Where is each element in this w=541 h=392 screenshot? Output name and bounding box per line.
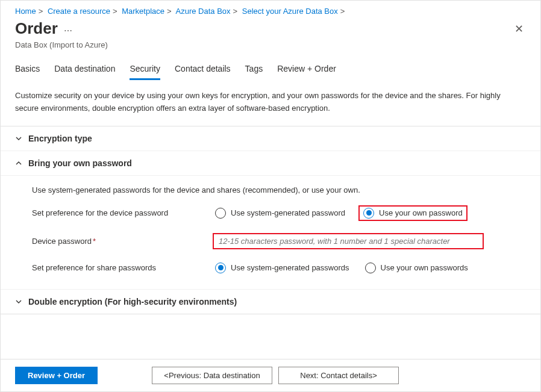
- radio-icon: [215, 208, 226, 219]
- breadcrumb-home[interactable]: Home: [15, 7, 36, 16]
- breadcrumb-create[interactable]: Create a resource: [48, 7, 110, 16]
- breadcrumb: Home> Create a resource> Marketplace> Az…: [1, 1, 540, 19]
- section-byop-title: Bring your own password: [28, 158, 132, 168]
- row-device-password: Device password*: [32, 233, 526, 249]
- radio-share-own-label: Use your own passwords: [381, 263, 468, 272]
- device-password-input[interactable]: [213, 233, 484, 249]
- tab-description: Customize security on your device by usi…: [1, 80, 540, 126]
- tab-review-order[interactable]: Review + Order: [277, 60, 336, 80]
- footer: Review + Order <Previous: Data destinati…: [1, 359, 540, 391]
- page-header: Order ⋯ ✕: [1, 19, 540, 40]
- radio-device-own[interactable]: Use your own password: [358, 205, 468, 221]
- tab-data-destination[interactable]: Data destination: [54, 60, 115, 80]
- breadcrumb-sep: >: [39, 7, 43, 16]
- radio-icon-selected: [215, 263, 226, 273]
- section-encryption-title: Encryption type: [28, 134, 92, 143]
- row-device-password-pref: Set preference for the device password U…: [32, 205, 526, 221]
- radio-share-system[interactable]: Use system-generated passwords: [213, 261, 352, 275]
- chevron-down-icon: [15, 298, 22, 305]
- review-order-button[interactable]: Review + Order: [15, 367, 98, 384]
- breadcrumb-databox[interactable]: Azure Data Box: [176, 7, 231, 16]
- tabs: Basics Data destination Security Contact…: [1, 60, 540, 80]
- close-button[interactable]: ✕: [512, 20, 526, 38]
- radio-group-share-pref: Use system-generated passwords Use your …: [213, 261, 471, 275]
- next-button[interactable]: Next: Contact details>: [278, 367, 399, 384]
- footer-spacer: [104, 367, 146, 384]
- radio-share-system-label: Use system-generated passwords: [231, 263, 349, 272]
- breadcrumb-sep: >: [340, 7, 345, 16]
- row-share-password-pref: Set preference for share passwords Use s…: [32, 261, 526, 275]
- required-asterisk: *: [93, 237, 96, 246]
- breadcrumb-sep: >: [233, 7, 238, 16]
- radio-device-system-label: Use system-generated password: [231, 208, 345, 217]
- breadcrumb-marketplace[interactable]: Marketplace: [122, 7, 164, 16]
- section-byop-body: Use system-generated passwords for the d…: [1, 176, 540, 290]
- section-double-encryption[interactable]: Double encryption (For high-security env…: [1, 290, 540, 314]
- section-encryption-type[interactable]: Encryption type: [1, 126, 540, 151]
- breadcrumb-sep: >: [167, 7, 172, 16]
- radio-icon-selected: [363, 208, 374, 219]
- section-double-encryption-title: Double encryption (For high-security env…: [28, 297, 237, 306]
- previous-button[interactable]: <Previous: Data destination: [152, 367, 272, 384]
- tab-contact-details[interactable]: Contact details: [175, 60, 231, 80]
- chevron-up-icon: [15, 160, 22, 167]
- breadcrumb-select[interactable]: Select your Azure Data Box: [242, 7, 338, 16]
- breadcrumb-sep: >: [113, 7, 117, 16]
- radio-device-own-label: Use your own password: [379, 208, 463, 217]
- tab-tags[interactable]: Tags: [245, 60, 263, 80]
- close-icon: ✕: [514, 23, 524, 35]
- page-subtitle: Data Box (Import to Azure): [1, 40, 540, 60]
- radio-group-device-pref: Use system-generated password Use your o…: [213, 205, 468, 221]
- label-device-password: Device password*: [32, 237, 213, 246]
- label-share-password-pref: Set preference for share passwords: [32, 263, 213, 272]
- byop-hint: Use system-generated passwords for the d…: [32, 185, 526, 194]
- more-menu-icon[interactable]: ⋯: [64, 26, 72, 38]
- page-title: Order: [15, 19, 58, 38]
- label-device-password-pref: Set preference for the device password: [32, 208, 213, 217]
- radio-device-system[interactable]: Use system-generated password: [213, 207, 348, 220]
- section-byop[interactable]: Bring your own password: [1, 151, 540, 176]
- chevron-down-icon: [15, 135, 22, 142]
- radio-icon: [365, 263, 376, 273]
- radio-share-own[interactable]: Use your own passwords: [363, 261, 471, 275]
- tab-basics[interactable]: Basics: [15, 60, 40, 80]
- tab-security[interactable]: Security: [130, 60, 160, 80]
